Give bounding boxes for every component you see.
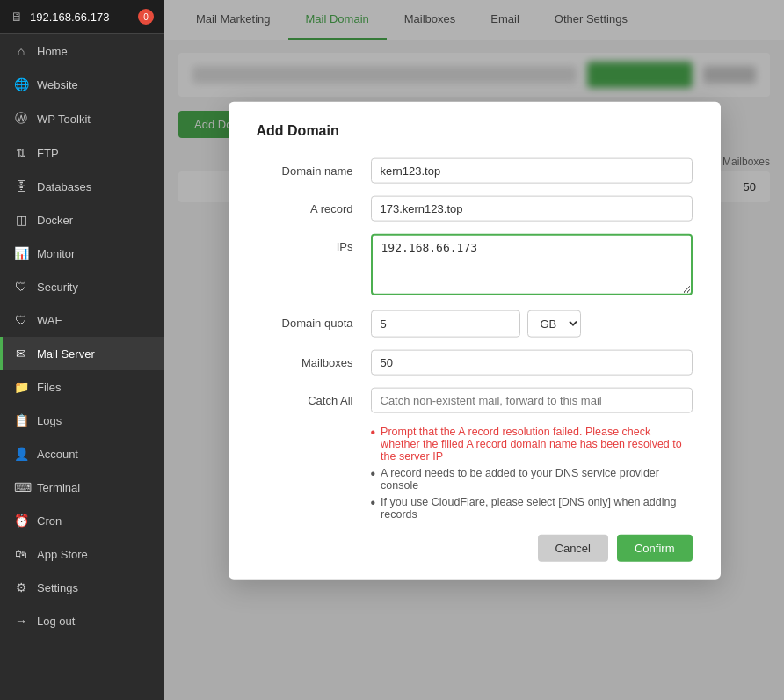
settings-icon: ⚙ — [14, 580, 28, 594]
sidebar-label-home: Home — [37, 45, 68, 58]
quota-row: GB — [371, 310, 693, 338]
sidebar-label-logout: Log out — [37, 615, 75, 628]
domain-quota-control: GB — [371, 310, 693, 338]
sidebar-header: 🖥 192.168.66.173 0 — [0, 0, 164, 34]
logout-icon: → — [14, 614, 28, 628]
add-domain-modal: Add Domain Domain name A record IPs 192.… — [229, 102, 721, 580]
shield-icon: 🛡 — [14, 280, 28, 294]
sidebar-item-website[interactable]: 🌐 Website — [0, 68, 164, 101]
sidebar-label-databases: Databases — [37, 180, 91, 193]
sidebar-label-security: Security — [37, 281, 78, 294]
a-record-label: A record — [257, 196, 371, 215]
database-icon: 🗄 — [14, 179, 28, 193]
sidebar-label-terminal: Terminal — [37, 481, 80, 494]
a-record-input[interactable] — [371, 196, 693, 222]
domain-quota-input[interactable] — [371, 310, 520, 338]
sidebar-label-logs: Logs — [37, 414, 62, 427]
account-icon: 👤 — [14, 447, 28, 461]
messages-area: Prompt that the A record resolution fail… — [371, 426, 693, 521]
ftp-icon: ⇅ — [14, 146, 28, 160]
mailboxes-row: Mailboxes — [257, 350, 693, 376]
info-message-1: A record needs to be added to your DNS s… — [371, 467, 693, 492]
a-record-control — [371, 196, 693, 222]
terminal-icon: ⌨ — [14, 480, 28, 494]
a-record-row: A record — [257, 196, 693, 222]
sidebar-label-monitor: Monitor — [37, 247, 75, 260]
domain-name-label: Domain name — [257, 158, 371, 178]
domain-name-row: Domain name — [257, 158, 693, 184]
waf-icon: 🛡 — [14, 313, 28, 327]
sidebar-item-ftp[interactable]: ⇅ FTP — [0, 136, 164, 170]
domain-name-input[interactable] — [371, 158, 693, 184]
sidebar-item-logout[interactable]: → Log out — [0, 604, 164, 638]
server-address: 192.168.66.173 — [30, 11, 109, 24]
sidebar-label-docker: Docker — [37, 214, 73, 227]
domain-quota-row: Domain quota GB — [257, 310, 693, 338]
globe-icon: 🌐 — [14, 77, 28, 91]
ips-textarea[interactable]: 192.168.66.173 — [371, 234, 693, 295]
sidebar-item-databases[interactable]: 🗄 Databases — [0, 170, 164, 203]
cron-icon: ⏰ — [14, 514, 28, 528]
catch-all-label: Catch All — [257, 388, 371, 407]
cancel-button[interactable]: Cancel — [538, 535, 608, 562]
sidebar-item-cron[interactable]: ⏰ Cron — [0, 504, 164, 537]
logs-icon: 📋 — [14, 413, 28, 427]
sidebar-item-monitor[interactable]: 📊 Monitor — [0, 237, 164, 270]
mailboxes-input[interactable] — [371, 350, 693, 376]
sidebar-label-waf: WAF — [37, 314, 62, 327]
sidebar-item-wp-toolkit[interactable]: Ⓦ WP Toolkit — [0, 101, 164, 136]
domain-name-control — [371, 158, 693, 184]
info-text-1: A record needs to be added to your DNS s… — [381, 467, 692, 492]
main-content: Mail Marketing Mail Domain Mailboxes Ema… — [164, 0, 784, 700]
ips-label: IPs — [257, 234, 371, 253]
sidebar-label-mail-server: Mail Server — [37, 347, 95, 361]
sidebar-label-cron: Cron — [37, 514, 62, 528]
mail-icon: ✉ — [14, 346, 28, 361]
app-store-icon: 🛍 — [14, 547, 28, 561]
sidebar-item-account[interactable]: 👤 Account — [0, 437, 164, 470]
sidebar-item-logs[interactable]: 📋 Logs — [0, 404, 164, 437]
ips-row: IPs 192.168.66.173 — [257, 234, 693, 298]
sidebar-label-ftp: FTP — [37, 147, 59, 160]
catch-all-row: Catch All — [257, 388, 693, 413]
sidebar-item-files[interactable]: 📁 Files — [0, 370, 164, 404]
mailboxes-label: Mailboxes — [257, 350, 371, 369]
error-text: Prompt that the A record resolution fail… — [381, 426, 692, 463]
sidebar-item-app-store[interactable]: 🛍 App Store — [0, 537, 164, 571]
info-message-2: If you use CloudFlare, please select [DN… — [371, 496, 693, 521]
sidebar-item-terminal[interactable]: ⌨ Terminal — [0, 470, 164, 504]
notification-badge: 0 — [138, 9, 154, 25]
ips-control: 192.168.66.173 — [371, 234, 693, 298]
modal-title: Add Domain — [257, 123, 693, 139]
sidebar-item-home[interactable]: ⌂ Home — [0, 34, 164, 68]
sidebar-label-wp-toolkit: WP Toolkit — [37, 113, 91, 126]
sidebar: 🖥 192.168.66.173 0 ⌂ Home 🌐 Website Ⓦ WP… — [0, 0, 164, 700]
mailboxes-control — [371, 350, 693, 376]
wp-icon: Ⓦ — [14, 111, 28, 127]
domain-quota-label: Domain quota — [257, 310, 371, 330]
sidebar-item-docker[interactable]: ◫ Docker — [0, 203, 164, 237]
sidebar-item-mail-server[interactable]: ✉ Mail Server — [0, 337, 164, 370]
sidebar-item-settings[interactable]: ⚙ Settings — [0, 571, 164, 604]
monitor-chart-icon: 📊 — [14, 246, 28, 260]
sidebar-item-security[interactable]: 🛡 Security — [0, 270, 164, 303]
sidebar-label-settings: Settings — [37, 581, 78, 594]
sidebar-label-account: Account — [37, 448, 78, 461]
files-icon: 📁 — [14, 380, 28, 394]
catch-all-input[interactable] — [371, 388, 693, 413]
home-icon: ⌂ — [14, 44, 28, 58]
monitor-icon: 🖥 — [11, 10, 23, 24]
info-text-2: If you use CloudFlare, please select [DN… — [381, 496, 692, 521]
docker-icon: ◫ — [14, 213, 28, 227]
error-message: Prompt that the A record resolution fail… — [371, 426, 693, 463]
modal-footer: Cancel Confirm — [257, 535, 693, 562]
sidebar-item-waf[interactable]: 🛡 WAF — [0, 303, 164, 337]
sidebar-label-website: Website — [37, 78, 78, 91]
confirm-button[interactable]: Confirm — [617, 535, 693, 562]
catch-all-control — [371, 388, 693, 413]
quota-unit-select[interactable]: GB — [527, 310, 581, 338]
sidebar-label-app-store: App Store — [37, 548, 88, 561]
sidebar-label-files: Files — [37, 381, 61, 394]
